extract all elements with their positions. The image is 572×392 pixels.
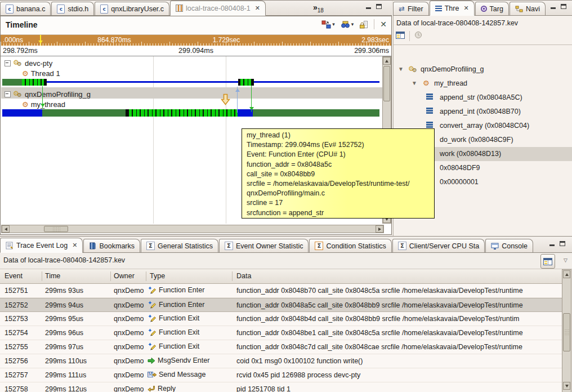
event-row-152754[interactable]: 152754299ms 96usqnxDemoFunction Exitfunc… bbox=[0, 326, 562, 340]
minimize-icon[interactable] bbox=[549, 240, 555, 246]
maximize-icon[interactable] bbox=[561, 3, 566, 9]
dropdown-arrow-icon[interactable]: ▾ bbox=[351, 21, 354, 27]
vscroll-thumb[interactable] bbox=[383, 66, 390, 101]
close-icon: ✕ bbox=[380, 20, 387, 29]
column-header-event[interactable]: Event bbox=[5, 272, 23, 280]
tab-banana-c[interactable]: cbanana.c bbox=[0, 2, 51, 15]
cell-time: 299ms 97us bbox=[45, 343, 110, 351]
minimize-icon[interactable] bbox=[366, 3, 371, 9]
mythread-activity-bar[interactable] bbox=[1, 109, 383, 117]
ruler-label: .000ns bbox=[3, 36, 23, 44]
expanded-arrow-icon[interactable]: ▼ bbox=[412, 81, 417, 86]
timeline-row-thread-1[interactable]: ⚙Thread 1 bbox=[22, 68, 60, 78]
editor-tab-overflow[interactable]: »18 bbox=[313, 3, 324, 14]
tab-console[interactable]: Console bbox=[485, 239, 533, 252]
tab-bookmarks[interactable]: Bookmarks bbox=[83, 239, 140, 252]
event-row-152755[interactable]: 152755299ms 97usqnxDemoFunction Exitfunc… bbox=[0, 340, 562, 354]
hscroll-thumb[interactable] bbox=[44, 226, 68, 232]
tree-item-label: append_str (0x08048A5C) bbox=[440, 93, 522, 101]
column-separator[interactable] bbox=[110, 271, 111, 281]
tab-qnxlibraryuser-c[interactable]: cqnxLibraryUser.c bbox=[95, 2, 169, 15]
tab-client-server-cpu-sta[interactable]: ΣClient/Server CPU Sta bbox=[392, 239, 485, 252]
event-row-152753[interactable]: 152753299ms 95usqnxDemoFunction Exitfunc… bbox=[0, 312, 562, 326]
column-header-owner[interactable]: Owner bbox=[114, 272, 135, 280]
close-icon[interactable]: ✕ bbox=[463, 5, 468, 12]
expanded-arrow-icon[interactable]: ▼ bbox=[398, 66, 404, 72]
tab-filter[interactable]: ⇄Filter bbox=[393, 2, 429, 15]
threads-panel-toolbar bbox=[396, 29, 422, 43]
tree-item-qnxdemoprofiling-g[interactable]: ▼⚙⚙qnxDemoProfiling_g bbox=[394, 63, 572, 77]
event-row-152751[interactable]: 152751299ms 93usqnxDemoFunction Enterfun… bbox=[0, 284, 562, 298]
tab-label: qnxLibraryUser.c bbox=[111, 5, 164, 13]
time-cursor-marker[interactable] bbox=[40, 35, 41, 46]
tab-event-owner-statistic[interactable]: ΣEvent Owner Statistic bbox=[219, 239, 309, 252]
arrowhead-icon bbox=[249, 107, 254, 113]
collapse-icon[interactable] bbox=[5, 91, 11, 97]
stats-icon: Σ bbox=[225, 242, 233, 250]
minimize-icon[interactable] bbox=[551, 3, 556, 9]
table-vscrollbar[interactable] bbox=[562, 269, 571, 392]
tab-condition-statistics[interactable]: ΣCondition Statistics bbox=[309, 239, 391, 252]
close-icon[interactable]: ✕ bbox=[255, 5, 260, 12]
view-menu-icon[interactable]: ▽ bbox=[564, 257, 567, 263]
column-separator[interactable] bbox=[42, 271, 42, 281]
event-row-152752[interactable]: 152752299ms 94usqnxDemoFunction Enterfun… bbox=[0, 298, 562, 312]
thread-icon: ⚙ bbox=[423, 79, 430, 87]
tab-thre[interactable]: Thre✕ bbox=[430, 1, 475, 16]
column-header-data[interactable]: Data bbox=[236, 272, 251, 280]
event-type-label: Function Exit bbox=[159, 328, 199, 336]
scroll-right-icon[interactable] bbox=[376, 225, 383, 233]
tab-general-statistics[interactable]: ΣGeneral Statistics bbox=[141, 239, 218, 252]
cell-data: pid 1251708 tid 1 bbox=[236, 385, 560, 392]
toolbar-lock-button[interactable] bbox=[359, 20, 368, 29]
scroll-down-icon[interactable] bbox=[563, 382, 570, 390]
tab-stdio-h[interactable]: cstdio.h bbox=[51, 2, 94, 15]
vscroll-thumb[interactable] bbox=[563, 313, 570, 351]
cell-type: MsgSendv Enter bbox=[148, 357, 233, 364]
trace-cursor-icon[interactable] bbox=[221, 93, 230, 108]
qnx-ide-window: cbanana.ccstdio.hcqnxLibraryUser.clocal-… bbox=[0, 0, 572, 392]
timeline-ruler-seconds[interactable]: .000ns864.870ms1.729sec2.983sec bbox=[1, 35, 391, 46]
tree-item-my-thread[interactable]: ▼⚙my_thread bbox=[394, 77, 572, 91]
tab-label: Condition Statistics bbox=[326, 242, 386, 250]
tab-navi[interactable]: Navi bbox=[510, 2, 546, 15]
event-table-header[interactable]: EventTimeOwnerTypeData bbox=[0, 269, 562, 284]
tab-trace-event-log[interactable]: Trace Event Log✕ bbox=[0, 238, 83, 253]
state-segment-line bbox=[47, 81, 379, 83]
column-header-type[interactable]: Type bbox=[150, 272, 165, 280]
timeline-row-devc-pty[interactable]: ⚙⚙devc-pty bbox=[5, 58, 52, 68]
tab-label: Filter bbox=[408, 5, 423, 13]
close-icon[interactable]: ✕ bbox=[72, 242, 77, 249]
maximize-icon[interactable] bbox=[560, 240, 565, 246]
cell-event: 152756 bbox=[5, 357, 41, 365]
toolbar-zoom-mode-button[interactable]: ▾ bbox=[321, 20, 335, 29]
column-separator[interactable] bbox=[232, 271, 233, 281]
dropdown-arrow-icon[interactable]: ▾ bbox=[332, 21, 335, 27]
tree-item-append-int-0x08048b70[interactable]: append_int (0x08048B70) bbox=[394, 105, 572, 119]
thread1-activity-bar[interactable] bbox=[1, 79, 383, 86]
tab-targ[interactable]: Targ bbox=[475, 2, 509, 15]
toolbar-grid-table-button[interactable] bbox=[396, 31, 405, 41]
columns-button[interactable] bbox=[540, 254, 555, 269]
scroll-up-icon[interactable] bbox=[383, 57, 391, 65]
timeline-ruler-window[interactable]: 298.792ms299.094ms299.306ms bbox=[1, 46, 391, 56]
zoom-mode-icon bbox=[321, 20, 331, 29]
event-row-152758[interactable]: 152758299ms 112usqnxDemoReplypid 1251708… bbox=[0, 382, 562, 392]
maximize-icon[interactable] bbox=[376, 3, 382, 9]
state-segment-bk bbox=[251, 79, 254, 86]
column-header-time[interactable]: Time bbox=[45, 272, 60, 280]
column-separator[interactable] bbox=[146, 271, 146, 281]
scroll-left-icon[interactable] bbox=[2, 225, 10, 233]
toolbar-search-events-button[interactable]: ▾ bbox=[341, 21, 354, 28]
tab-local-trace-080408-1[interactable]: local-trace-080408-1✕ bbox=[170, 1, 266, 16]
tree-item-append-str-0x08048a5c[interactable]: append_str (0x08048A5C) bbox=[394, 91, 572, 105]
timeline-row-qnxdemoprofiling-g[interactable]: ⚙⚙qnxDemoProfiling_g bbox=[5, 89, 91, 99]
toolbar-close-button[interactable]: ✕ bbox=[380, 20, 387, 29]
event-row-152756[interactable]: 152756299ms 110usqnxDemoMsgSendv Enterco… bbox=[0, 354, 562, 368]
cell-owner: qnxDemo bbox=[114, 371, 145, 379]
scroll-up-icon[interactable] bbox=[563, 270, 570, 278]
collapse-icon[interactable] bbox=[5, 60, 11, 66]
timeline-hscrollbar[interactable] bbox=[1, 225, 384, 233]
event-row-152757[interactable]: 152757299ms 111usqnxDemoMSend Messagercv… bbox=[0, 368, 562, 382]
lock-icon bbox=[359, 20, 368, 29]
